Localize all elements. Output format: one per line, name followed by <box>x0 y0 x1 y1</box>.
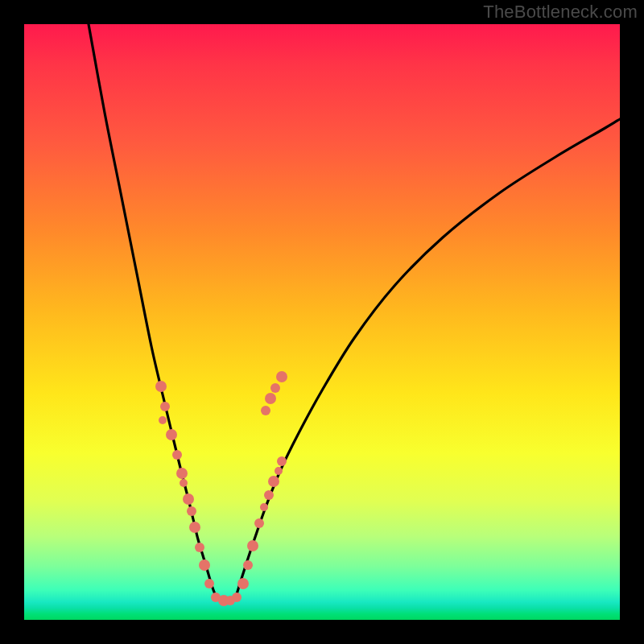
data-point-right <box>277 456 287 466</box>
data-point-left <box>204 579 214 588</box>
data-point-left <box>172 450 182 460</box>
watermark-text: TheBottleneck.com <box>483 2 638 23</box>
data-point-right <box>265 393 276 404</box>
data-point-right <box>237 578 249 589</box>
data-point-left <box>160 402 170 411</box>
data-point-left <box>195 543 204 552</box>
chart-svg <box>24 24 620 620</box>
data-point-right <box>276 371 287 382</box>
data-point-left <box>159 416 167 424</box>
curve-left <box>89 24 217 600</box>
chart-plot-area <box>24 24 620 620</box>
data-point-right <box>270 383 280 393</box>
data-point-bottom <box>232 592 242 602</box>
data-point-left <box>187 506 196 516</box>
data-point-right <box>268 476 279 487</box>
data-point-right <box>243 560 253 570</box>
data-point-left <box>183 493 194 505</box>
curve-right <box>235 119 620 600</box>
data-point-left <box>176 468 188 479</box>
data-point-right <box>260 503 268 511</box>
data-point-right <box>261 406 270 415</box>
data-point-right <box>254 518 264 528</box>
data-point-right <box>275 467 283 475</box>
data-point-left <box>166 429 177 440</box>
data-point-left <box>189 522 200 533</box>
data-point-left <box>155 381 167 392</box>
data-point-left <box>180 479 188 487</box>
data-point-left <box>199 559 210 571</box>
data-point-right <box>247 540 258 551</box>
data-point-right <box>264 490 274 500</box>
